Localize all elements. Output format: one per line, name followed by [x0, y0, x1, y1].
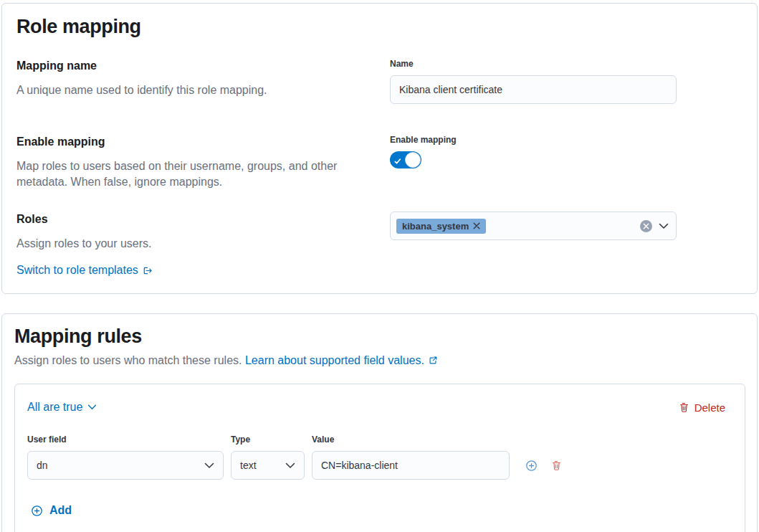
role-mapping-panel: Role mapping Mapping name A unique name … — [1, 3, 758, 294]
page-title: Role mapping — [16, 15, 740, 39]
roles-field-column: kibana_system — [390, 212, 677, 252]
switch-to-role-templates-label: Switch to role templates — [16, 262, 138, 279]
chevron-down-icon — [204, 462, 214, 469]
user-field-group: User field dn — [27, 434, 224, 480]
enable-mapping-toggle[interactable] — [390, 151, 421, 168]
user-field-select[interactable]: dn — [27, 451, 224, 480]
rule-condition-label: All are true — [27, 401, 82, 414]
toggle-knob — [405, 152, 421, 168]
clear-selection-icon[interactable] — [640, 220, 652, 232]
type-field-label: Type — [231, 434, 305, 445]
enable-mapping-description-column: Enable mapping Map roles to users based … — [16, 134, 375, 190]
value-field-label: Value — [312, 434, 510, 445]
page: Role mapping Mapping name A unique name … — [0, 0, 759, 532]
rule-group-header: All are true Delete — [27, 401, 732, 414]
remove-role-icon[interactable] — [473, 222, 480, 229]
switch-to-role-templates-link[interactable]: Switch to role templates — [16, 262, 153, 279]
value-input[interactable] — [312, 451, 510, 480]
chevron-down-icon — [285, 462, 295, 469]
rule-fields-row: User field dn Type text — [27, 434, 732, 480]
delete-button-label: Delete — [694, 402, 725, 414]
mapping-name-field-column: Name — [390, 58, 677, 104]
role-badge-label: kibana_system — [402, 221, 469, 232]
mapping-rules-description-text: Assign roles to users who match these ru… — [14, 354, 242, 366]
enable-mapping-row: Enable mapping Map roles to users based … — [16, 134, 740, 190]
roles-row: Roles Assign roles to your users. kibana… — [16, 212, 740, 252]
rule-condition-dropdown[interactable]: All are true — [27, 401, 97, 414]
add-button-label: Add — [49, 504, 72, 517]
switch-templates-row: Switch to role templates — [16, 262, 740, 279]
rule-group-panel: All are true Delete User field dn — [14, 384, 745, 532]
type-field-value: text — [240, 460, 257, 471]
delete-rule-group-button[interactable]: Delete — [679, 402, 725, 414]
mapping-name-heading: Mapping name — [16, 58, 375, 74]
user-field-label: User field — [27, 434, 224, 445]
roles-description-column: Roles Assign roles to your users. — [16, 212, 375, 252]
role-badge[interactable]: kibana_system — [396, 219, 486, 234]
type-select[interactable]: text — [231, 451, 305, 480]
mapping-rules-title: Mapping rules — [14, 325, 745, 348]
value-field-group: Value — [312, 434, 510, 480]
chevron-down-icon — [87, 404, 97, 410]
enable-mapping-description: Map roles to users based on their userna… — [16, 158, 375, 190]
type-field-group: Type text — [231, 434, 305, 480]
plus-circle-icon — [31, 505, 43, 517]
name-field-label: Name — [390, 58, 677, 70]
user-field-value: dn — [37, 460, 48, 471]
roles-combobox[interactable]: kibana_system — [390, 212, 677, 240]
push-icon — [142, 265, 153, 276]
enable-mapping-field-column: Enable mapping — [390, 134, 677, 190]
learn-about-field-values-link[interactable]: Learn about supported field values. — [245, 352, 438, 369]
trash-icon — [679, 402, 689, 413]
rule-row-actions — [525, 451, 562, 480]
mapping-name-row: Mapping name A unique name used to ident… — [16, 58, 740, 104]
add-rule-row: Add — [31, 504, 732, 520]
remove-rule-icon-button[interactable] — [551, 460, 562, 471]
mapping-rules-panel: Mapping rules Assign roles to users who … — [1, 313, 758, 532]
mapping-rules-description: Assign roles to users who match these ru… — [14, 352, 745, 369]
learn-link-label: Learn about supported field values. — [245, 352, 424, 369]
external-link-icon — [428, 356, 438, 366]
combo-controls — [640, 220, 669, 232]
check-icon — [393, 156, 402, 168]
roles-heading: Roles — [16, 212, 375, 227]
mapping-name-description-column: Mapping name A unique name used to ident… — [16, 58, 375, 104]
enable-mapping-heading: Enable mapping — [16, 134, 375, 150]
add-rule-icon-button[interactable] — [525, 460, 538, 472]
add-rule-button[interactable]: Add — [31, 504, 72, 517]
mapping-name-description: A unique name used to identify this role… — [16, 82, 375, 98]
enable-mapping-toggle-label: Enable mapping — [390, 134, 677, 146]
roles-description: Assign roles to your users. — [16, 236, 375, 252]
name-input[interactable] — [390, 75, 677, 104]
chevron-down-icon[interactable] — [659, 223, 669, 229]
